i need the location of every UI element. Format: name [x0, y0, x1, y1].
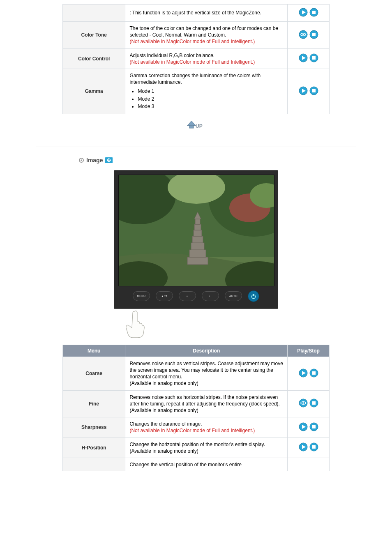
- section-heading: Image: [46, 157, 346, 164]
- svg-rect-18: [189, 125, 194, 128]
- desc-cell: : This function is to adjust the vertica…: [125, 5, 288, 22]
- svg-rect-51: [312, 371, 316, 375]
- svg-rect-35: [192, 236, 203, 243]
- monitor-enter-button[interactable]: ↵: [202, 291, 219, 301]
- desc-cell: Changes the clearance of image. (Not ava…: [125, 417, 288, 438]
- svg-rect-12: [312, 56, 316, 60]
- desc-text: The tone of the color can be changed and…: [129, 25, 278, 38]
- play-icon[interactable]: [299, 86, 308, 95]
- play-icon[interactable]: [299, 53, 308, 62]
- monitor-preview: MENU ▲/▼ ☼ ↵ AUTO: [114, 170, 278, 340]
- desc-text: Changes the vertical position of the mon…: [129, 462, 241, 467]
- menu-cell: Fine: [63, 390, 125, 417]
- desc-cell: The tone of the color can be changed and…: [125, 22, 288, 49]
- svg-rect-38: [195, 219, 200, 224]
- playstop-cell: [288, 458, 330, 471]
- heading-text: Image: [86, 157, 103, 164]
- table-row: Gamma Gamma correction changes the lumin…: [63, 69, 330, 114]
- svg-rect-60: [312, 425, 316, 428]
- stop-icon[interactable]: [309, 86, 318, 95]
- col-header-playstop: Play/Stop: [288, 345, 330, 357]
- svg-point-20: [81, 159, 82, 161]
- list-item: Mode 2: [138, 96, 283, 102]
- desc-cell: Adjusts individual R,G,B color balance. …: [125, 48, 288, 69]
- screen-image: [118, 175, 274, 286]
- playstop-cell: [288, 390, 330, 417]
- monitor-button-bar: MENU ▲/▼ ☼ ↵ AUTO: [118, 286, 274, 304]
- svg-rect-3: [312, 11, 316, 14]
- pointing-hand-icon: [123, 310, 148, 340]
- monitor-auto-button[interactable]: AUTO: [225, 291, 242, 301]
- monitor-brightness-button[interactable]: ☼: [179, 291, 196, 301]
- view-icon[interactable]: [299, 398, 308, 408]
- playstop-cell: [288, 48, 330, 69]
- monitor-menu-button[interactable]: MENU: [133, 291, 150, 301]
- stop-icon[interactable]: [309, 53, 318, 62]
- desc-cell: Changes the horizontal position of the m…: [125, 438, 288, 458]
- desc-tail: (Available in analog mode only): [129, 380, 198, 386]
- menu-cell: Gamma: [63, 69, 125, 114]
- menu-cell: [63, 5, 125, 22]
- menu-cell: Coarse: [63, 357, 125, 390]
- stop-icon[interactable]: [309, 8, 318, 17]
- table-row: Sharpness Changes the clearance of image…: [63, 417, 330, 438]
- table-row: Changes the vertical position of the mon…: [63, 458, 330, 471]
- image-settings-table: Menu Description Play/Stop Coarse Remove…: [62, 345, 330, 471]
- svg-rect-36: [194, 230, 202, 236]
- play-icon[interactable]: [299, 368, 308, 378]
- menu-cell: H-Position: [63, 438, 125, 458]
- list-item: Mode 3: [138, 103, 283, 110]
- desc-text: Changes the horizontal position of the m…: [129, 442, 265, 447]
- monitor-power-button[interactable]: [248, 290, 259, 302]
- table-row: : This function is to adjust the vertica…: [63, 5, 330, 22]
- svg-rect-37: [194, 224, 201, 230]
- desc-cell: Changes the vertical position of the mon…: [125, 458, 288, 471]
- table-row: Fine Removes noise such as horizontal st…: [63, 390, 330, 417]
- bullet-icon: [79, 158, 84, 163]
- playstop-cell: [288, 438, 330, 458]
- playstop-cell: [288, 5, 330, 22]
- restriction-note: (Not available in MagicColor mode of Ful…: [129, 59, 255, 65]
- playstop-cell: [288, 357, 330, 390]
- col-header-menu: Menu: [63, 345, 125, 357]
- desc-cell: Removes noise such as vertical stripes. …: [125, 357, 288, 390]
- table-row: Color Control Adjusts individual R,G,B c…: [63, 48, 330, 69]
- svg-rect-34: [191, 243, 204, 250]
- desc-text: Removes noise such as vertical stripes. …: [129, 361, 283, 380]
- play-icon[interactable]: [299, 8, 308, 17]
- table-row: Coarse Removes noise such as vertical st…: [63, 357, 330, 390]
- restriction-note: (Not available in MagicColor mode of Ful…: [129, 39, 255, 44]
- menu-cell: Sharpness: [63, 417, 125, 438]
- play-icon[interactable]: [299, 422, 308, 431]
- playstop-cell: [288, 69, 330, 114]
- view-icon[interactable]: [299, 30, 308, 39]
- up-icon[interactable]: UP: [187, 120, 205, 134]
- table-row: H-Position Changes the horizontal positi…: [63, 438, 330, 458]
- table-row: Color Tone The tone of the color can be …: [63, 22, 330, 49]
- desc-cell: Removes noise such as horizontal stripes…: [125, 390, 288, 417]
- stop-icon[interactable]: [309, 442, 318, 451]
- stop-icon[interactable]: [309, 398, 318, 408]
- svg-rect-8: [312, 33, 316, 36]
- restriction-note: (Not available in MagicColor mode of Ful…: [129, 428, 255, 433]
- stop-icon[interactable]: [309, 422, 318, 431]
- monitor-updown-button[interactable]: ▲/▼: [156, 291, 173, 301]
- desc-text: Gamma correction changes the luminance o…: [129, 73, 261, 85]
- svg-rect-33: [189, 250, 206, 257]
- desc-tail: (Available in analog mode only): [129, 408, 198, 413]
- col-header-description: Description: [125, 345, 288, 357]
- stop-icon[interactable]: [309, 368, 318, 378]
- svg-rect-64: [312, 445, 316, 449]
- desc-cell: Gamma correction changes the luminance o…: [125, 69, 288, 114]
- svg-rect-16: [312, 89, 316, 92]
- svg-point-6: [302, 34, 304, 35]
- playstop-cell: [288, 22, 330, 49]
- monitor-frame: MENU ▲/▼ ☼ ↵ AUTO: [114, 170, 278, 309]
- play-icon[interactable]: [299, 442, 308, 451]
- section-divider: [36, 147, 356, 147]
- stop-icon[interactable]: [309, 30, 318, 39]
- svg-rect-56: [312, 401, 316, 405]
- playstop-cell: [288, 417, 330, 438]
- desc-tail: (Available in analog mode only): [129, 448, 198, 454]
- desc-text: Changes the clearance of image.: [129, 421, 202, 427]
